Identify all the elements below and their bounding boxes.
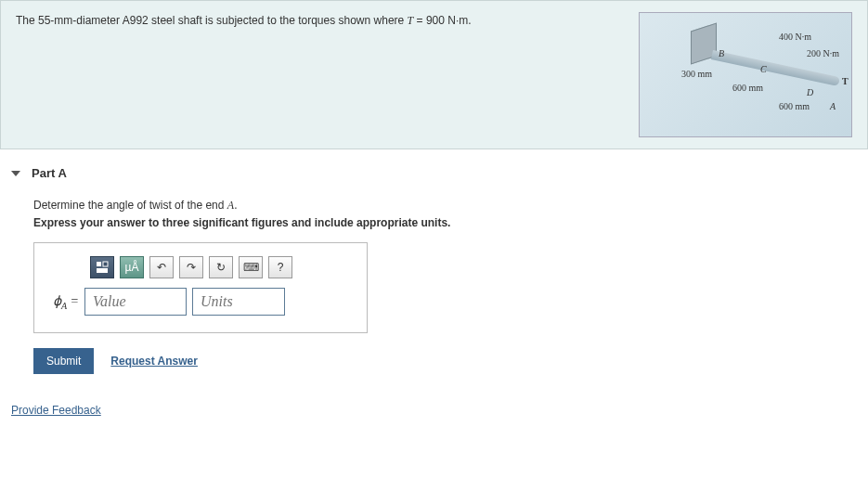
answer-toolbar: µÅ ↶ ↷ ↻ ⌨ ? — [90, 256, 348, 278]
provide-feedback-link[interactable]: Provide Feedback — [11, 404, 101, 417]
equals-sign: = — [67, 294, 79, 308]
figure-dim-600a: 600 mm — [732, 83, 763, 93]
figure-dim-600b: 600 mm — [779, 101, 810, 111]
problem-text: The 55-mm-diameter A992 steel shaft is s… — [16, 12, 620, 29]
problem-prefix: The 55-mm-diameter A992 steel shaft is s… — [16, 14, 408, 27]
figure-label-d: D — [807, 87, 813, 97]
value-input[interactable] — [84, 288, 187, 316]
help-button[interactable]: ? — [268, 256, 292, 278]
svg-rect-2 — [97, 268, 108, 273]
figure-label-c: C — [760, 64, 767, 74]
reset-icon: ↻ — [216, 261, 226, 274]
redo-button[interactable]: ↷ — [179, 256, 203, 278]
question-body: Determine the angle of twist of the end … — [33, 199, 853, 374]
figure-label-t: T — [842, 76, 849, 86]
problem-statement-panel: The 55-mm-diameter A992 steel shaft is s… — [0, 0, 868, 149]
problem-figure: 400 N·m 200 N·m B C D T A 300 mm 600 mm … — [639, 12, 852, 137]
template-button[interactable] — [90, 256, 114, 278]
figure-label-200: 200 N·m — [807, 48, 839, 58]
submit-button[interactable]: Submit — [33, 348, 94, 374]
submit-row: Submit Request Answer — [33, 348, 853, 374]
prompt-prefix: Determine the angle of twist of the end — [33, 199, 227, 212]
figure-label-400: 400 N·m — [779, 32, 811, 42]
svg-rect-1 — [103, 262, 108, 266]
figure-label-a: A — [830, 101, 836, 111]
problem-suffix: . — [468, 14, 471, 27]
prompt-suffix: . — [234, 199, 237, 212]
figure-label-b: B — [719, 48, 724, 58]
mu-a-button[interactable]: µÅ — [120, 256, 144, 278]
units-input[interactable] — [192, 288, 285, 316]
part-a-section: Part A Determine the angle of twist of t… — [0, 149, 868, 378]
question-prompt: Determine the angle of twist of the end … — [33, 199, 853, 213]
keyboard-icon: ⌨ — [243, 261, 259, 274]
answer-symbol: ϕA = — [53, 293, 79, 311]
answer-input-row: ϕA = — [53, 288, 348, 316]
part-a-header[interactable]: Part A — [24, 166, 853, 180]
request-answer-link[interactable]: Request Answer — [110, 355, 198, 368]
undo-button[interactable]: ↶ — [149, 256, 174, 278]
template-icon — [96, 261, 109, 274]
figure-dim-300: 300 mm — [681, 69, 712, 79]
problem-eq-sign: = — [413, 14, 426, 27]
caret-down-icon — [11, 171, 20, 176]
answer-panel: µÅ ↶ ↷ ↻ ⌨ ? ϕA = — [33, 242, 368, 333]
part-title: Part A — [32, 166, 67, 180]
keyboard-button[interactable]: ⌨ — [239, 256, 263, 278]
mu-a-label: µÅ — [125, 261, 139, 274]
svg-rect-0 — [97, 262, 101, 266]
question-instruction: Express your answer to three significant… — [33, 216, 853, 229]
phi-glyph: ϕ — [53, 294, 61, 308]
reset-button[interactable]: ↻ — [209, 256, 233, 278]
help-icon: ? — [278, 261, 284, 274]
redo-icon: ↷ — [187, 261, 196, 274]
undo-icon: ↶ — [157, 261, 166, 274]
problem-eq-rhs: 900 N·m — [426, 14, 468, 27]
